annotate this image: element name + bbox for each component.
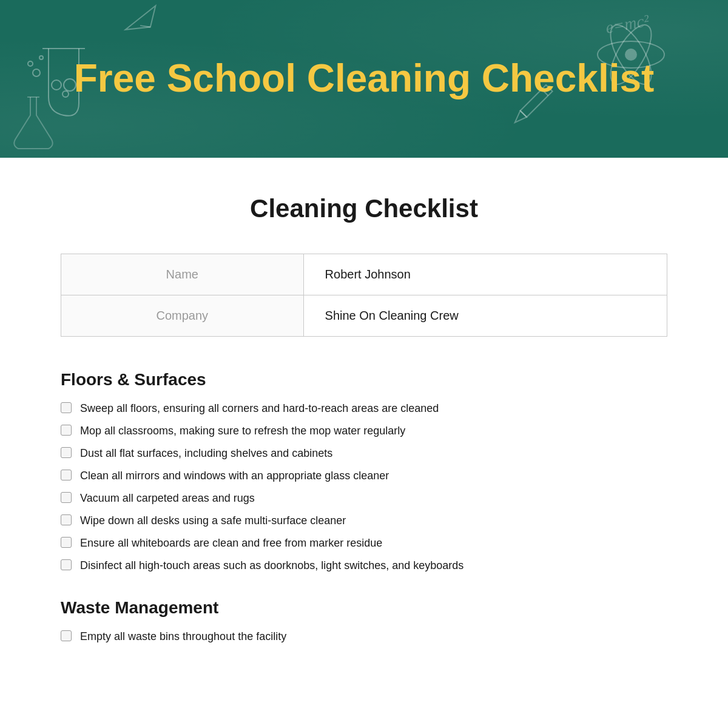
item-text: Vacuum all carpeted areas and rugs [80, 490, 255, 507]
waste-checklist: Empty all waste bins throughout the faci… [61, 629, 667, 645]
table-row: Company Shine On Cleaning Crew [61, 295, 667, 337]
list-item: Dust all flat surfaces, including shelve… [61, 445, 667, 462]
list-item: Clean all mirrors and windows with an ap… [61, 468, 667, 484]
checkbox[interactable] [61, 514, 72, 525]
page-header-title: Free School Cleaning Checklist [25, 56, 703, 101]
section-floors: Floors & Surfaces Sweep all floors, ensu… [61, 370, 667, 574]
value-name: Robert Johnson [303, 254, 667, 295]
list-item: Wipe down all desks using a safe multi-s… [61, 513, 667, 529]
item-text: Clean all mirrors and windows with an ap… [80, 468, 389, 484]
checkbox[interactable] [61, 447, 72, 458]
list-item: Disinfect all high-touch areas such as d… [61, 558, 667, 574]
section-floors-title: Floors & Surfaces [61, 370, 667, 389]
list-item: Mop all classrooms, making sure to refre… [61, 423, 667, 439]
checkbox[interactable] [61, 630, 72, 641]
svg-marker-11 [511, 110, 527, 126]
floors-checklist: Sweep all floors, ensuring all corners a… [61, 400, 667, 574]
info-table: Name Robert Johnson Company Shine On Cle… [61, 254, 667, 337]
value-company: Shine On Cleaning Crew [303, 295, 667, 337]
checkbox[interactable] [61, 537, 72, 548]
checkbox[interactable] [61, 402, 72, 413]
checkbox[interactable] [61, 559, 72, 570]
table-row: Name Robert Johnson [61, 254, 667, 295]
checkbox[interactable] [61, 425, 72, 436]
item-text: Ensure all whiteboards are clean and fre… [80, 535, 382, 551]
svg-text:e=mc²: e=mc² [604, 11, 651, 37]
list-item: Vacuum all carpeted areas and rugs [61, 490, 667, 507]
list-item: Ensure all whiteboards are clean and fre… [61, 535, 667, 551]
list-item: Empty all waste bins throughout the faci… [61, 629, 667, 645]
item-text: Sweep all floors, ensuring all corners a… [80, 400, 439, 417]
item-text: Dust all flat surfaces, including shelve… [80, 445, 332, 462]
checkbox[interactable] [61, 470, 72, 480]
list-item: Sweep all floors, ensuring all corners a… [61, 400, 667, 417]
label-company: Company [61, 295, 304, 337]
checkbox[interactable] [61, 492, 72, 503]
item-text: Disinfect all high-touch areas such as d… [80, 558, 463, 574]
section-waste-title: Waste Management [61, 598, 667, 618]
main-content: Cleaning Checklist Name Robert Johnson C… [0, 158, 728, 706]
item-text: Mop all classrooms, making sure to refre… [80, 423, 405, 439]
checklist-main-title: Cleaning Checklist [61, 194, 667, 223]
item-text: Empty all waste bins throughout the faci… [80, 629, 286, 645]
item-text: Wipe down all desks using a safe multi-s… [80, 513, 346, 529]
label-name: Name [61, 254, 304, 295]
section-waste: Waste Management Empty all waste bins th… [61, 598, 667, 645]
header-banner: e=mc² Free School Cleaning Checklist [0, 0, 728, 158]
